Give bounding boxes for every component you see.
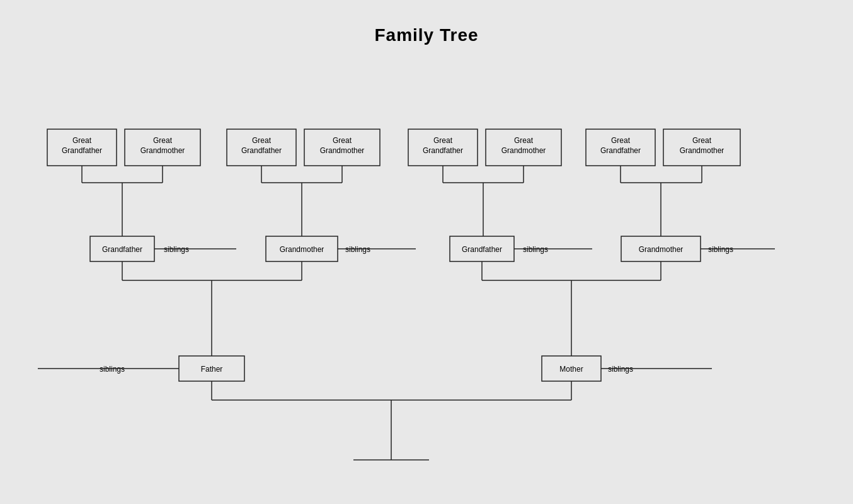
family-tree-svg: Great Grandfather Great Grandmother Grea… [0, 0, 853, 504]
svg-text:Great: Great [611, 136, 631, 145]
svg-text:Grandfather: Grandfather [102, 245, 142, 254]
svg-text:Great: Great [692, 136, 712, 145]
svg-text:siblings: siblings [523, 245, 548, 254]
svg-text:siblings: siblings [608, 365, 633, 374]
page: Family Tree Great Grandfather Great Gran… [0, 0, 853, 504]
svg-text:Great: Great [252, 136, 272, 145]
svg-text:siblings: siblings [708, 245, 733, 254]
svg-text:Grandmother: Grandmother [680, 146, 724, 155]
svg-text:Mother: Mother [559, 365, 583, 374]
svg-text:Great: Great [72, 136, 92, 145]
svg-text:Father: Father [201, 365, 223, 374]
svg-text:Grandfather: Grandfather [62, 146, 102, 155]
svg-text:Grandfather: Grandfather [241, 146, 282, 155]
svg-text:Grandmother: Grandmother [140, 146, 185, 155]
svg-text:Grandmother: Grandmother [320, 146, 365, 155]
svg-text:Great: Great [153, 136, 173, 145]
svg-text:siblings: siblings [345, 245, 370, 254]
svg-text:Great: Great [433, 136, 453, 145]
svg-text:Great: Great [514, 136, 534, 145]
svg-text:siblings: siblings [100, 365, 125, 374]
svg-text:Grandmother: Grandmother [501, 146, 546, 155]
svg-text:Grandfather: Grandfather [462, 245, 502, 254]
svg-text:Grandmother: Grandmother [280, 245, 324, 254]
svg-text:Grandfather: Grandfather [600, 146, 641, 155]
svg-text:Grandfather: Grandfather [423, 146, 463, 155]
svg-text:siblings: siblings [164, 245, 189, 254]
svg-text:Great: Great [333, 136, 352, 145]
svg-text:Grandmother: Grandmother [639, 245, 684, 254]
